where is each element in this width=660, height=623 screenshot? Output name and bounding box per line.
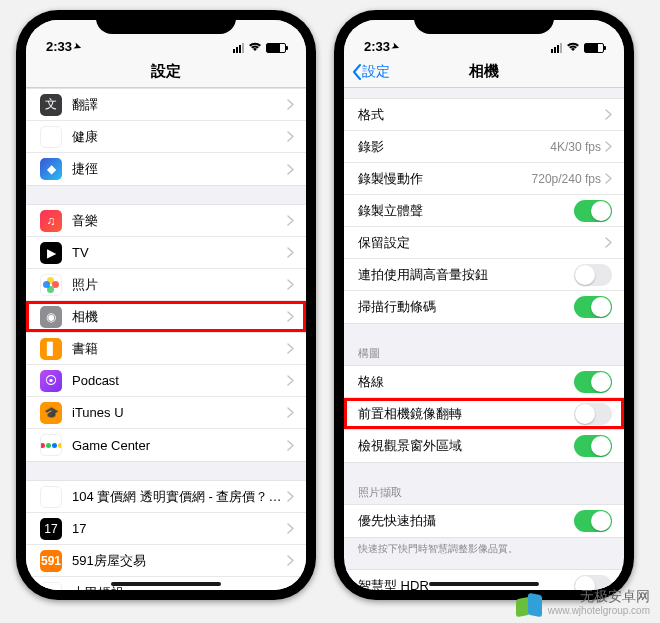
signal-icon — [551, 43, 562, 53]
settings-row-gamecenter[interactable]: Game Center — [26, 429, 306, 461]
settings-row-preserve[interactable]: 保留設定 — [344, 227, 624, 259]
photos-icon — [40, 274, 62, 296]
settings-row-translate[interactable]: 文翻譯 — [26, 89, 306, 121]
row-label: 格線 — [358, 373, 574, 391]
row-label: 591房屋交易 — [72, 552, 287, 570]
toggle-switch[interactable] — [574, 403, 612, 425]
settings-row-stereo[interactable]: 錄製立體聲 — [344, 195, 624, 227]
settings-row-shortcut[interactable]: ◆捷徑 — [26, 153, 306, 185]
row-label: 104 實價網 透明實價網 - 查房價？實… — [72, 488, 287, 506]
chevron-right-icon — [287, 279, 294, 290]
tv-icon: ▶ — [40, 242, 62, 264]
row-label: 相機 — [72, 308, 287, 326]
toggle-switch[interactable] — [574, 510, 612, 532]
row-label: 照片 — [72, 276, 287, 294]
row-label: 連拍使用調高音量按鈕 — [358, 266, 574, 284]
17-icon: 17 — [40, 518, 62, 540]
settings-row-books[interactable]: ▋書籍 — [26, 333, 306, 365]
nav-bar: 設定 相機 — [344, 56, 624, 88]
chevron-right-icon — [287, 407, 294, 418]
row-label: Game Center — [72, 438, 287, 453]
nav-bar: 設定 — [26, 56, 306, 88]
chevron-right-icon — [287, 491, 294, 502]
toggle-switch[interactable] — [574, 435, 612, 457]
row-label: 格式 — [358, 106, 605, 124]
camera-settings-list[interactable]: 格式錄影4K/30 fps錄製慢動作720p/240 fps錄製立體聲保留設定連… — [344, 88, 624, 590]
watermark-url: www.wjhotelgroup.com — [548, 605, 650, 617]
battery-icon — [266, 43, 286, 53]
group-header-capture: 照片擷取 — [344, 481, 624, 504]
podcast-icon: ⦿ — [40, 370, 62, 392]
settings-row-formats[interactable]: 格式 — [344, 99, 624, 131]
settings-row-grid[interactable]: 格線 — [344, 366, 624, 398]
settings-row-outside[interactable]: 檢視觀景窗外區域 — [344, 430, 624, 462]
home-indicator[interactable] — [111, 582, 221, 586]
row-detail: 720p/240 fps — [532, 172, 601, 186]
wifi-icon — [566, 42, 580, 54]
chevron-right-icon — [287, 164, 294, 175]
group-header-composition: 構圖 — [344, 342, 624, 365]
row-label: 錄製立體聲 — [358, 202, 574, 220]
toggle-switch[interactable] — [574, 371, 612, 393]
location-icon: ➤ — [73, 40, 84, 52]
row-label: 保留設定 — [358, 234, 605, 252]
settings-row-104[interactable]: 透明104 實價網 透明實價網 - 查房價？實… — [26, 481, 306, 513]
settings-row-video[interactable]: 錄影4K/30 fps — [344, 131, 624, 163]
chevron-right-icon — [287, 99, 294, 110]
translate-icon: 文 — [40, 94, 62, 116]
music-icon: ♫ — [40, 210, 62, 232]
row-label: 前置相機鏡像翻轉 — [358, 405, 574, 423]
chevron-right-icon — [287, 523, 294, 534]
nav-title: 相機 — [469, 62, 499, 81]
home-indicator[interactable] — [429, 582, 539, 586]
104-icon: 透明 — [40, 486, 62, 508]
notch — [96, 10, 236, 34]
row-label: 捷徑 — [72, 160, 287, 178]
phone-right: 2:33 ➤ 設定 相機 格式錄影4K/30 fps錄製慢動作7 — [334, 10, 634, 600]
row-label: TV — [72, 245, 287, 260]
settings-row-podcast[interactable]: ⦿Podcast — [26, 365, 306, 397]
settings-row-slomo[interactable]: 錄製慢動作720p/240 fps — [344, 163, 624, 195]
settings-row-photos[interactable]: 照片 — [26, 269, 306, 301]
status-time: 2:33 — [46, 39, 72, 54]
nav-title: 設定 — [151, 62, 181, 81]
wifi-icon — [248, 42, 262, 54]
settings-row-scanQR[interactable]: 掃描行動條碼 — [344, 291, 624, 323]
row-label: 檢視觀景窗外區域 — [358, 437, 574, 455]
books-icon: ▋ — [40, 338, 62, 360]
settings-row-itunesu[interactable]: 🎓iTunes U — [26, 397, 306, 429]
settings-row-smarthdr[interactable]: 智慧型 HDR — [344, 570, 624, 590]
chevron-right-icon — [287, 247, 294, 258]
settings-row-17[interactable]: 1717 — [26, 513, 306, 545]
chevron-right-icon — [287, 587, 294, 590]
row-label: 錄影 — [358, 138, 550, 156]
row-label: 錄製慢動作 — [358, 170, 532, 188]
back-button[interactable]: 設定 — [352, 63, 390, 81]
djmz-icon: 卍 — [40, 582, 62, 591]
row-label: 掃描行動條碼 — [358, 298, 574, 316]
row-label: Podcast — [72, 373, 287, 388]
gamecenter-icon — [40, 434, 62, 456]
settings-row-mirror[interactable]: 前置相機鏡像翻轉 — [344, 398, 624, 430]
watermark: 无极安卓网 www.wjhotelgroup.com — [516, 588, 650, 617]
phone-left: 2:33 ➤ 設定 文翻譯♥健康◆捷徑♫音樂▶TV照片◉相機▋書籍⦿Podcas… — [16, 10, 316, 600]
settings-row-music[interactable]: ♫音樂 — [26, 205, 306, 237]
settings-row-burstVol[interactable]: 連拍使用調高音量按鈕 — [344, 259, 624, 291]
chevron-right-icon — [605, 237, 612, 248]
health-icon: ♥ — [40, 126, 62, 148]
toggle-switch[interactable] — [574, 296, 612, 318]
watermark-name: 无极安卓网 — [548, 588, 650, 605]
settings-row-fastshot[interactable]: 優先快速拍攝 — [344, 505, 624, 537]
chevron-right-icon — [287, 440, 294, 451]
settings-list[interactable]: 文翻譯♥健康◆捷徑♫音樂▶TV照片◉相機▋書籍⦿Podcast🎓iTunes U… — [26, 88, 306, 590]
settings-row-health[interactable]: ♥健康 — [26, 121, 306, 153]
settings-row-camera[interactable]: ◉相機 — [26, 301, 306, 333]
chevron-right-icon — [287, 343, 294, 354]
toggle-switch[interactable] — [574, 200, 612, 222]
row-detail: 4K/30 fps — [550, 140, 601, 154]
chevron-right-icon — [605, 141, 612, 152]
settings-row-tv[interactable]: ▶TV — [26, 237, 306, 269]
toggle-switch[interactable] — [574, 264, 612, 286]
battery-icon — [584, 43, 604, 53]
settings-row-591[interactable]: 591591房屋交易 — [26, 545, 306, 577]
